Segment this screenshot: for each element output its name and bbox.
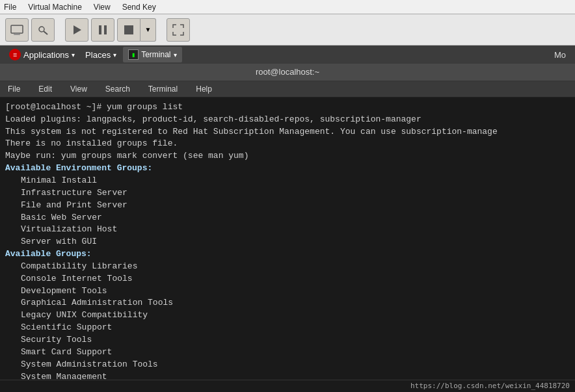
terminal-avail-6: Scientific Support: [5, 322, 570, 334]
terminal-env-6: Server with GUI: [5, 236, 570, 248]
vm-menubar: File Virtual Machine View Send Key: [0, 0, 575, 14]
play-button[interactable]: [65, 18, 88, 42]
svg-text:☰: ☰: [13, 53, 17, 57]
svg-point-3: [39, 27, 44, 32]
applications-menu[interactable]: ☰ Applications ▾: [4, 46, 80, 64]
terminal-menu-help[interactable]: Help: [192, 83, 216, 95]
terminal-taskbar-label: Terminal: [141, 50, 170, 59]
terminal-avail-8: Smart Card Support: [5, 346, 570, 359]
svg-rect-8: [124, 25, 133, 34]
fullscreen-button[interactable]: [167, 18, 190, 42]
terminal-line-1: Loaded plugins: langpacks, product-id, s…: [5, 114, 570, 126]
pause-button[interactable]: [91, 18, 114, 42]
panel-right-label: Mo: [554, 50, 566, 60]
terminal-taskbar-btn[interactable]: ▮ Terminal ▾: [123, 47, 181, 62]
terminal-env-3: File and Print Server: [5, 200, 570, 212]
terminal-line-3: There is no installed groups file.: [5, 138, 570, 150]
terminal-line-4: Maybe run: yum groups mark convert (see …: [5, 150, 570, 163]
applications-arrow: ▾: [72, 51, 75, 59]
terminal-menu-search[interactable]: Search: [101, 83, 134, 95]
terminal-env-4: Basic Web Server: [5, 212, 570, 224]
terminal-title: root@localhost:~: [256, 67, 319, 77]
vm-toolbar: ▼: [0, 14, 575, 46]
key-button[interactable]: [31, 18, 55, 42]
stop-dropdown[interactable]: ▼: [140, 18, 156, 42]
terminal-avail-header: Available Groups:: [5, 248, 570, 261]
vm-menu-sendkey[interactable]: Send Key: [122, 3, 156, 12]
terminal-avail-3: Development Tools: [5, 285, 570, 298]
terminal-taskbar-arrow: ▾: [174, 51, 177, 59]
terminal-avail-2: Console Internet Tools: [5, 273, 570, 285]
stop-button-group: ▼: [117, 18, 156, 42]
vm-menu-virtualmachine[interactable]: Virtual Machine: [28, 3, 82, 12]
terminal-avail-4: Graphical Administration Tools: [5, 297, 570, 309]
gnome-panel: ☰ Applications ▾ Places ▾ ▮ Terminal ▾ M…: [0, 46, 575, 64]
places-arrow: ▾: [113, 51, 116, 59]
terminal-body[interactable]: [root@localhost ~]# yum groups list Load…: [0, 98, 575, 380]
svg-rect-7: [104, 25, 107, 34]
places-menu[interactable]: Places ▾: [80, 46, 122, 64]
status-url: https://blog.csdn.net/weixin_44818720: [410, 382, 570, 390]
vm-menu-file[interactable]: File: [4, 3, 16, 12]
panel-right-text: Mo: [554, 50, 571, 60]
terminal-menubar: File Edit View Search Terminal Help: [0, 81, 575, 98]
terminal-icon: ▮: [128, 49, 139, 60]
terminal-env-header: Available Environment Groups:: [5, 163, 570, 175]
status-bar: https://blog.csdn.net/weixin_44818720: [0, 380, 575, 392]
applications-icon: ☰: [9, 49, 21, 60]
places-label: Places: [85, 50, 111, 60]
svg-marker-5: [74, 25, 81, 34]
monitor-button[interactable]: [5, 18, 29, 42]
terminal-env-5: Virtualization Host: [5, 224, 570, 236]
terminal-menu-edit[interactable]: Edit: [34, 83, 56, 95]
terminal-avail-7: Security Tools: [5, 334, 570, 346]
terminal-env-2: Infrastructure Server: [5, 187, 570, 200]
svg-rect-6: [99, 25, 101, 34]
applications-label: Applications: [23, 50, 69, 60]
terminal-avail-10: System Management: [5, 371, 570, 380]
terminal-line-2: This system is not registered to Red Hat…: [5, 126, 570, 138]
terminal-menu-terminal[interactable]: Terminal: [144, 83, 181, 95]
svg-line-4: [44, 31, 47, 34]
svg-rect-0: [11, 25, 23, 33]
terminal-titlebar: root@localhost:~: [0, 64, 575, 81]
terminal-menu-view[interactable]: View: [66, 83, 91, 95]
terminal-avail-9: System Administration Tools: [5, 359, 570, 371]
vm-menu-view[interactable]: View: [94, 3, 111, 12]
stop-button[interactable]: [117, 18, 140, 42]
terminal-line-cmd1: [root@localhost ~]# yum groups list: [5, 101, 570, 114]
terminal-env-1: Minimal Install: [5, 175, 570, 187]
main-area: root@localhost:~ File Edit View Search T…: [0, 64, 575, 392]
terminal-avail-1: Compatibility Libraries: [5, 261, 570, 273]
terminal-avail-5: Legacy UNIX Compatibility: [5, 309, 570, 322]
terminal-menu-file[interactable]: File: [4, 83, 24, 95]
